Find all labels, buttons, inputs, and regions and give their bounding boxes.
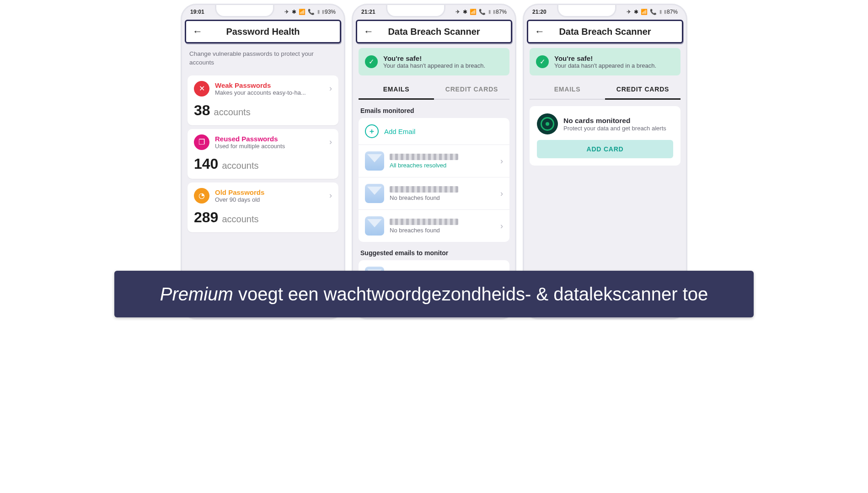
old-title: Old Passwords	[215, 188, 324, 196]
safe-subtitle: Your data hasn't appeared in a breach.	[383, 62, 485, 69]
tab-credit-cards[interactable]: CREDIT CARDS	[434, 80, 509, 100]
envelope-icon	[365, 216, 384, 236]
safe-subtitle: Your data hasn't appeared in a breach.	[554, 62, 656, 69]
no-cards-card: No cards monitored Protect your data and…	[530, 106, 680, 166]
reused-count: 140	[194, 155, 218, 172]
add-email-label: Add Email	[384, 128, 415, 135]
email-status: No breaches found	[390, 194, 495, 201]
envelope-icon	[365, 184, 384, 203]
safe-banner: ✓ You're safe! Your data hasn't appeared…	[359, 48, 509, 75]
reused-icon: ❐	[194, 134, 209, 150]
target-icon	[537, 113, 558, 134]
status-icons: ✈ ✱ 📶 📞 ⫴ ⫴	[627, 9, 667, 15]
chevron-right-icon: ›	[500, 156, 503, 166]
safe-banner: ✓ You're safe! Your data hasn't appeared…	[530, 48, 680, 75]
check-icon: ✓	[536, 55, 549, 68]
no-cards-subtitle: Protect your data and get breach alerts	[563, 125, 666, 132]
status-bar: 19:01 ✈ ✱ 📶 📞 ⫴ ⫴ 93%	[182, 5, 344, 16]
safe-title: You're safe!	[554, 54, 656, 62]
email-status: No breaches found	[390, 227, 495, 234]
page-description: Change vulnerable passwords to protect y…	[182, 47, 344, 72]
emails-monitored-label: Emails monitored	[353, 100, 515, 118]
weak-subtitle: Makes your accounts easy-to-ha...	[215, 89, 324, 96]
chevron-right-icon: ›	[329, 191, 332, 200]
reused-count-label: accounts	[222, 161, 258, 171]
old-count-label: accounts	[222, 214, 258, 225]
tab-emails[interactable]: EMAILS	[530, 80, 605, 100]
weak-passwords-card[interactable]: ✕ Weak Passwords Makes your accounts eas…	[188, 75, 338, 125]
tab-bar: EMAILS CREDIT CARDS	[359, 80, 509, 100]
status-bar: 21:20 ✈ ✱ 📶 📞 ⫴ ⫴ 87%	[524, 5, 686, 16]
no-cards-title: No cards monitored	[563, 117, 666, 125]
status-time: 21:21	[361, 9, 375, 15]
chevron-right-icon: ›	[329, 84, 332, 93]
check-icon: ✓	[365, 55, 378, 68]
add-email-row[interactable]: ＋ Add Email	[359, 118, 509, 145]
reused-passwords-card[interactable]: ❐ Reused Passwords Used for multiple acc…	[188, 129, 338, 179]
email-status: All breaches resolved	[390, 162, 495, 169]
reused-subtitle: Used for multiple accounts	[215, 143, 324, 150]
email-row[interactable]: All breaches resolved ›	[359, 145, 509, 177]
old-passwords-card[interactable]: ◔ Old Passwords Over 90 days old › 289 a…	[188, 182, 338, 232]
caption-banner: Premium voegt een wachtwoordgezondheids-…	[114, 271, 754, 317]
status-time: 19:01	[190, 9, 204, 15]
camera-notch	[386, 4, 445, 17]
email-row[interactable]: No breaches found ›	[359, 210, 509, 242]
caption-rest: voegt een wachtwoordgezondheids- & datal…	[233, 284, 708, 304]
weak-icon: ✕	[194, 81, 209, 96]
add-card-button[interactable]: ADD CARD	[537, 140, 673, 158]
tab-credit-cards[interactable]: CREDIT CARDS	[605, 80, 680, 100]
status-bar: 21:21 ✈ ✱ 📶 📞 ⫴ ⫴ 87%	[353, 5, 515, 16]
old-icon: ◔	[194, 188, 209, 204]
battery-percent: 87%	[667, 9, 678, 15]
chevron-right-icon: ›	[500, 189, 503, 198]
redacted-email	[390, 154, 458, 160]
app-bar: ← Password Health	[185, 20, 341, 43]
status-icons: ✈ ✱ 📶 📞 ⫴ ⫴	[284, 9, 325, 15]
old-count: 289	[194, 209, 218, 226]
tab-bar: EMAILS CREDIT CARDS	[530, 80, 680, 100]
page-title: Data Breach Scanner	[535, 27, 675, 37]
caption-premium: Premium	[160, 284, 233, 304]
redacted-email	[390, 219, 458, 225]
weak-count: 38	[194, 102, 210, 119]
redacted-email	[390, 186, 458, 193]
suggested-emails-label: Suggested emails to monitor	[353, 242, 515, 260]
plus-icon: ＋	[365, 124, 379, 138]
status-icons: ✈ ✱ 📶 📞 ⫴ ⫴	[455, 9, 496, 15]
chevron-right-icon: ›	[500, 221, 503, 231]
page-title: Password Health	[193, 27, 333, 37]
monitored-emails-list: ＋ Add Email All breaches resolved › No b…	[359, 118, 509, 242]
page-title: Data Breach Scanner	[364, 27, 504, 37]
battery-percent: 87%	[496, 9, 507, 15]
app-bar: ← Data Breach Scanner	[356, 20, 512, 43]
camera-notch	[557, 4, 616, 17]
status-time: 21:20	[532, 9, 547, 15]
weak-title: Weak Passwords	[215, 81, 324, 89]
app-bar: ← Data Breach Scanner	[527, 20, 683, 43]
envelope-icon	[365, 151, 384, 171]
old-subtitle: Over 90 days old	[215, 196, 324, 203]
safe-title: You're safe!	[383, 54, 485, 62]
email-row[interactable]: No breaches found ›	[359, 177, 509, 210]
reused-title: Reused Passwords	[215, 135, 324, 143]
camera-notch	[215, 4, 274, 17]
battery-percent: 93%	[325, 9, 336, 15]
chevron-right-icon: ›	[329, 137, 332, 147]
tab-emails[interactable]: EMAILS	[359, 80, 434, 100]
weak-count-label: accounts	[214, 107, 251, 118]
